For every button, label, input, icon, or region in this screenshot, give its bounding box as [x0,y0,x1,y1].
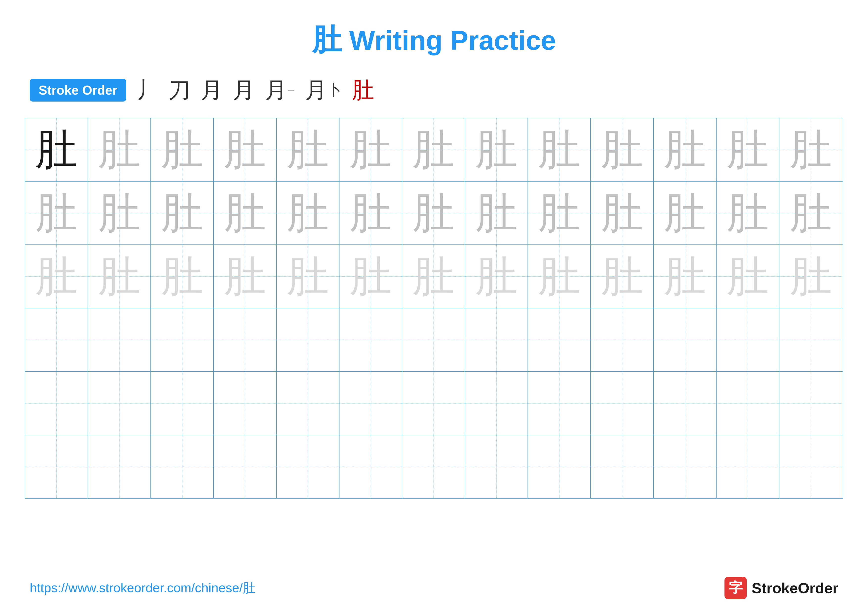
footer-url: https://www.strokeorder.com/chinese/肚 [30,579,256,597]
grid-cell-3-9: 肚 [528,245,591,308]
grid-cell-4-8 [465,308,528,371]
stroke-step-2: 刀 [168,75,191,105]
grid-cell-2-9: 肚 [528,182,591,244]
grid-cell-3-12: 肚 [716,245,780,308]
practice-grid: 肚 肚 肚 肚 肚 肚 肚 肚 肚 肚 肚 肚 肚 肚 肚 肚 肚 肚 肚 肚 … [25,118,843,499]
cell-char: 肚 [475,185,518,241]
grid-cell-4-4 [214,308,277,371]
footer-logo-text: StrokeOrder [752,580,838,597]
cell-char: 肚 [98,248,140,305]
grid-row-4 [25,308,843,372]
grid-cell-6-2 [88,435,151,498]
cell-char: 肚 [224,248,266,305]
grid-cell-3-6: 肚 [339,245,402,308]
grid-cell-2-7: 肚 [402,182,465,244]
grid-cell-4-6 [339,308,402,371]
grid-cell-5-12 [716,372,780,435]
stroke-step-3: 月 [200,75,223,105]
stroke-step-5: 月⁻ [265,75,295,105]
footer-logo: 字 StrokeOrder [724,577,838,599]
stroke-order-section: Stroke Order 丿 刀 月 月 月⁻ 月卜 肚 [0,75,868,105]
cell-char: 肚 [664,121,706,178]
cell-char: 肚 [36,121,78,178]
grid-cell-4-13 [780,308,842,371]
grid-cell-4-11 [654,308,716,371]
grid-cell-1-4: 肚 [214,118,277,181]
grid-cell-6-8 [465,435,528,498]
grid-cell-2-5: 肚 [277,182,339,244]
grid-cell-6-11 [654,435,716,498]
cell-char: 肚 [350,121,392,178]
grid-cell-2-4: 肚 [214,182,277,244]
grid-cell-5-8 [465,372,528,435]
cell-char: 肚 [412,121,454,178]
grid-cell-2-10: 肚 [591,182,654,244]
grid-cell-6-5 [277,435,339,498]
cell-char: 肚 [727,185,769,241]
grid-cell-6-1 [25,435,88,498]
grid-cell-1-9: 肚 [528,118,591,181]
grid-cell-1-12: 肚 [716,118,780,181]
page-title: 肚 Writing Practice [0,0,868,60]
grid-cell-2-13: 肚 [780,182,842,244]
grid-cell-2-11: 肚 [654,182,716,244]
footer: https://www.strokeorder.com/chinese/肚 字 … [0,577,868,599]
grid-cell-3-10: 肚 [591,245,654,308]
grid-cell-5-7 [402,372,465,435]
grid-cell-3-4: 肚 [214,245,277,308]
grid-cell-1-3: 肚 [151,118,214,181]
cell-char: 肚 [538,121,580,178]
cell-char: 肚 [224,185,266,241]
grid-cell-6-3 [151,435,214,498]
grid-cell-4-9 [528,308,591,371]
grid-row-5 [25,372,843,435]
cell-char: 肚 [790,248,832,305]
grid-cell-1-8: 肚 [465,118,528,181]
grid-row-1: 肚 肚 肚 肚 肚 肚 肚 肚 肚 肚 肚 肚 肚 [25,118,843,182]
grid-cell-4-5 [277,308,339,371]
grid-cell-6-7 [402,435,465,498]
grid-cell-2-8: 肚 [465,182,528,244]
cell-char: 肚 [790,185,832,241]
grid-cell-6-4 [214,435,277,498]
grid-cell-4-7 [402,308,465,371]
grid-cell-2-6: 肚 [339,182,402,244]
cell-char: 肚 [287,121,329,178]
cell-char: 肚 [601,248,643,305]
cell-char: 肚 [36,248,78,305]
cell-char: 肚 [664,185,706,241]
grid-cell-4-10 [591,308,654,371]
grid-cell-3-13: 肚 [780,245,842,308]
grid-cell-5-10 [591,372,654,435]
stroke-order-badge: Stroke Order [30,79,126,101]
grid-cell-2-2: 肚 [88,182,151,244]
cell-char: 肚 [98,121,140,178]
grid-cell-6-12 [716,435,780,498]
stroke-step-1: 丿 [136,75,158,105]
grid-cell-3-2: 肚 [88,245,151,308]
grid-cell-1-1: 肚 [25,118,88,181]
stroke-step-4: 月 [232,75,255,105]
cell-char: 肚 [161,248,203,305]
stroke-step-7: 肚 [352,75,374,105]
grid-cell-6-6 [339,435,402,498]
grid-cell-3-1: 肚 [25,245,88,308]
cell-char: 肚 [538,185,580,241]
grid-cell-3-3: 肚 [151,245,214,308]
cell-char: 肚 [98,185,140,241]
grid-cell-3-8: 肚 [465,245,528,308]
grid-cell-1-11: 肚 [654,118,716,181]
grid-cell-5-1 [25,372,88,435]
cell-char: 肚 [601,185,643,241]
grid-cell-3-5: 肚 [277,245,339,308]
grid-cell-2-1: 肚 [25,182,88,244]
grid-row-6 [25,435,843,498]
grid-cell-2-12: 肚 [716,182,780,244]
title-text: Writing Practice [342,25,556,56]
cell-char: 肚 [161,185,203,241]
grid-cell-1-13: 肚 [780,118,842,181]
stroke-step-6: 月卜 [305,75,342,105]
title-character: 肚 [312,23,342,56]
grid-cell-5-2 [88,372,151,435]
cell-char: 肚 [350,185,392,241]
